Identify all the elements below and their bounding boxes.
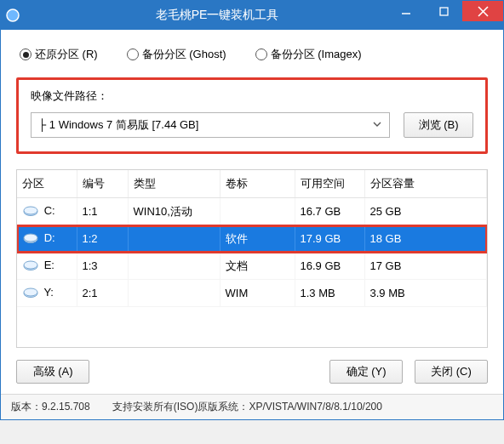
cell-capacity: 17 GB <box>364 253 487 280</box>
table-row[interactable]: C:1:1WIN10,活动16.7 GB25 GB <box>17 198 487 225</box>
col-drive[interactable]: 分区 <box>17 170 77 198</box>
maximize-button[interactable] <box>425 1 462 21</box>
image-path-group: 映像文件路径： ├ 1 Windows 7 简易版 [7.44 GB] 浏览 (… <box>16 77 488 154</box>
cell-drive: E: <box>17 253 77 280</box>
drive-icon <box>22 259 39 273</box>
minimize-button[interactable] <box>387 1 425 21</box>
browse-button[interactable]: 浏览 (B) <box>404 112 473 138</box>
cell-volume: 软件 <box>220 225 295 253</box>
cell-free: 16.7 GB <box>295 198 364 225</box>
close-icon <box>478 6 489 17</box>
svg-rect-2 <box>440 8 448 15</box>
svg-point-0 <box>7 9 19 21</box>
cell-volume: 文档 <box>220 253 295 280</box>
chevron-down-icon <box>372 119 382 132</box>
cell-free: 16.9 GB <box>295 253 364 280</box>
partition-table-wrap: 分区 编号 类型 卷标 可用空间 分区容量 C:1:1WIN10,活动16.7 … <box>16 169 488 348</box>
mode-radio-row: 还原分区 (R) 备份分区 (Ghost) 备份分区 (Imagex) <box>20 47 488 62</box>
cell-capacity: 3.9 MB <box>364 280 487 307</box>
cell-capacity: 18 GB <box>364 225 487 253</box>
drive-icon <box>22 287 39 300</box>
cell-free: 1.3 MB <box>295 280 364 307</box>
app-window: 老毛桃PE一键装机工具 还原分区 (R) 备份分区 (Ghost) <box>0 0 504 420</box>
col-capacity[interactable]: 分区容量 <box>364 170 487 198</box>
window-body: 还原分区 (R) 备份分区 (Ghost) 备份分区 (Imagex) 映像文件… <box>1 30 503 394</box>
cell-volume: WIM <box>220 280 295 307</box>
cell-free: 17.9 GB <box>295 225 364 253</box>
advanced-button[interactable]: 高级 (A) <box>16 360 89 384</box>
table-row[interactable]: E:1:3文档16.9 GB17 GB <box>17 253 487 280</box>
col-volume[interactable]: 卷标 <box>220 170 295 198</box>
radio-label: 备份分区 (Imagex) <box>271 47 362 62</box>
radio-icon <box>255 48 267 60</box>
support-text: 支持安装所有(ISO)原版系统：XP/VISTA/WIN7/8/8.1/10/2… <box>112 400 382 414</box>
cell-type <box>128 253 220 280</box>
ok-button[interactable]: 确定 (Y) <box>329 360 403 384</box>
table-row[interactable]: Y:2:1WIM1.3 MB3.9 MB <box>17 280 487 307</box>
cell-capacity: 25 GB <box>364 198 487 225</box>
cancel-button[interactable]: 关闭 (C) <box>415 360 488 384</box>
cell-type: WIN10,活动 <box>128 198 220 225</box>
col-type[interactable]: 类型 <box>128 170 220 198</box>
image-path-combo[interactable]: ├ 1 Windows 7 简易版 [7.44 GB] <box>31 112 390 138</box>
cell-index: 1:3 <box>77 253 128 280</box>
drive-icon <box>22 205 39 219</box>
statusbar: 版本：9.2.15.708 支持安装所有(ISO)原版系统：XP/VISTA/W… <box>1 394 503 419</box>
bottom-button-row: 高级 (A) 确定 (Y) 关闭 (C) <box>16 360 488 384</box>
radio-label: 还原分区 (R) <box>35 47 98 62</box>
svg-point-12 <box>24 288 37 296</box>
cell-index: 2:1 <box>77 280 128 307</box>
svg-point-10 <box>24 261 37 269</box>
cell-index: 1:1 <box>77 198 128 225</box>
cell-type <box>128 225 220 253</box>
minimize-icon <box>401 6 411 16</box>
radio-restore[interactable]: 还原分区 (R) <box>20 47 98 62</box>
cell-drive: Y: <box>17 280 77 307</box>
radio-backup-ghost[interactable]: 备份分区 (Ghost) <box>127 47 226 62</box>
maximize-icon <box>439 7 449 16</box>
cell-index: 1:2 <box>77 225 128 253</box>
cell-volume <box>220 198 295 225</box>
table-header-row: 分区 编号 类型 卷标 可用空间 分区容量 <box>17 170 487 198</box>
col-free[interactable]: 可用空间 <box>295 170 364 198</box>
cell-drive: C: <box>17 198 77 225</box>
radio-icon <box>127 48 139 60</box>
drive-icon <box>22 232 39 246</box>
image-path-value: ├ 1 Windows 7 简易版 [7.44 GB] <box>38 117 198 133</box>
app-icon <box>1 8 25 23</box>
svg-point-6 <box>24 207 37 214</box>
version-text: 版本：9.2.15.708 <box>11 400 90 414</box>
cell-type <box>128 280 220 307</box>
radio-backup-imagex[interactable]: 备份分区 (Imagex) <box>255 47 362 62</box>
titlebar: 老毛桃PE一键装机工具 <box>1 1 503 30</box>
radio-icon <box>20 48 32 60</box>
title-buttons <box>387 1 503 21</box>
cell-drive: D: <box>17 225 77 253</box>
col-index[interactable]: 编号 <box>77 170 128 198</box>
close-button[interactable] <box>462 1 503 21</box>
partition-table: 分区 编号 类型 卷标 可用空间 分区容量 C:1:1WIN10,活动16.7 … <box>17 170 487 307</box>
svg-point-8 <box>24 234 37 242</box>
image-path-label: 映像文件路径： <box>31 88 473 104</box>
radio-label: 备份分区 (Ghost) <box>142 47 226 62</box>
table-row[interactable]: D:1:2软件17.9 GB18 GB <box>17 225 487 253</box>
